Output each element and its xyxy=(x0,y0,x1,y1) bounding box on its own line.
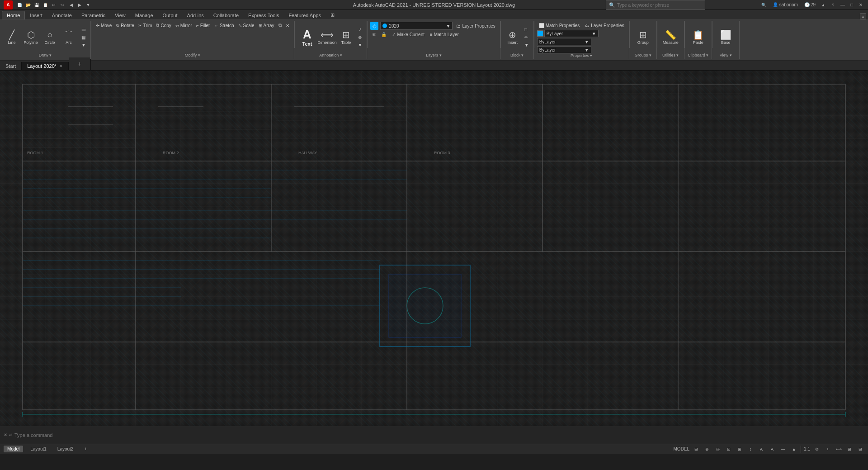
tab-expresstools[interactable]: Express Tools xyxy=(244,11,283,19)
draw-polyline-button[interactable]: ⬡ Polyline xyxy=(22,26,40,49)
qa-prev[interactable]: ◀ xyxy=(67,1,75,9)
modify-move-button[interactable]: ✛ Move xyxy=(94,22,113,29)
modify-scale-button[interactable]: ⤡ Scale xyxy=(236,22,256,29)
modify-copy-button[interactable]: ⧉ Copy xyxy=(154,22,173,29)
cmd-clear-button[interactable]: ✕ xyxy=(4,432,7,437)
status-ducs-button[interactable]: A xyxy=(757,445,765,453)
tab-insert[interactable]: Insert xyxy=(25,11,47,19)
group-button[interactable]: ⊞ Group xyxy=(634,26,652,49)
close-button[interactable]: ✕ xyxy=(857,1,864,9)
close-tab-icon[interactable]: ✕ xyxy=(59,64,63,68)
qa-saveas[interactable]: 📋 xyxy=(41,1,49,9)
draw-rect-button[interactable]: ▭ xyxy=(80,26,88,33)
status-isnap-button[interactable]: ⊞ xyxy=(736,445,744,453)
add-tab-button[interactable]: + xyxy=(69,57,91,70)
user-button[interactable]: 👤 saboriom xyxy=(770,1,801,8)
draw-more-button[interactable]: ▼ xyxy=(80,42,88,49)
lineweight-dropdown[interactable]: ByLayer ▼ xyxy=(537,46,591,53)
tab-home[interactable]: Home xyxy=(2,11,25,19)
layout1-tab[interactable]: Layout1 xyxy=(27,446,50,452)
qa-redo[interactable]: ↪ xyxy=(58,1,66,9)
block-create-button[interactable]: □ xyxy=(523,26,531,33)
draw-arc-button[interactable]: ⌒ Arc xyxy=(60,26,78,49)
layer-lock-button[interactable]: 🔒 xyxy=(379,31,388,38)
prop-layer-props-button[interactable]: 🗂 Layer Properties xyxy=(583,22,626,29)
qa-next[interactable]: ▶ xyxy=(75,1,84,9)
help-button[interactable]: ? xyxy=(829,1,837,9)
tab-parametric[interactable]: Parametric xyxy=(77,11,110,19)
qa-undo[interactable]: ↩ xyxy=(50,1,58,9)
status-dtrack-button[interactable]: ↕ xyxy=(746,445,755,453)
qa-new[interactable]: 📄 xyxy=(15,1,24,9)
layer-freeze-button[interactable]: ❄ xyxy=(370,31,377,38)
status-workspace-button[interactable]: ⊞ xyxy=(845,445,854,453)
paste-button[interactable]: 📋 Paste xyxy=(689,26,707,49)
add-layout-tab[interactable]: + xyxy=(80,446,90,452)
annotation-table-button[interactable]: ⊞ Table xyxy=(337,26,355,49)
canvas-tab-layout2020[interactable]: Layout 2020* ✕ xyxy=(22,62,69,70)
layer-match-button[interactable]: ≡ Match Layer xyxy=(428,31,461,38)
qa-save[interactable]: 💾 xyxy=(33,1,41,9)
status-ortho-button[interactable]: ◎ xyxy=(714,445,722,453)
modify-stretch-button[interactable]: ↔ Stretch xyxy=(212,22,236,29)
command-input[interactable] xyxy=(14,432,864,438)
maximize-button[interactable]: □ xyxy=(848,1,855,9)
tab-view[interactable]: View xyxy=(110,11,130,19)
search-input[interactable] xyxy=(617,3,702,8)
tab-featuredapps[interactable]: Featured Apps xyxy=(284,11,326,19)
annotation-more-button[interactable]: ▼ xyxy=(356,42,364,49)
base-view-button[interactable]: ⬜ Base xyxy=(717,26,735,49)
tab-addins[interactable]: Add-ins xyxy=(183,11,208,19)
qa-open[interactable]: 📂 xyxy=(24,1,32,9)
layer-make-current-button[interactable]: ✓ Make Current xyxy=(390,31,426,38)
annotation-center-button[interactable]: ⊕ xyxy=(356,34,364,41)
qa-customize[interactable]: ▼ xyxy=(84,1,92,9)
measure-button[interactable]: 📏 Measure xyxy=(661,26,679,49)
color-swatch[interactable] xyxy=(537,30,543,37)
modify-mirror-button[interactable]: ⇔ Mirror xyxy=(174,22,194,29)
modify-fillet-button[interactable]: ⌐ Fillet xyxy=(194,22,212,29)
cmd-enter-button[interactable]: ↵ xyxy=(9,432,13,437)
collapse-ribbon-button[interactable]: ▲ xyxy=(860,13,866,19)
status-settings-button[interactable]: ⚙ xyxy=(813,445,821,453)
annotation-text-button[interactable]: A Text xyxy=(297,26,317,49)
block-insert-button[interactable]: ⊕ Insert xyxy=(504,26,522,49)
block-editor-button[interactable]: ✏ xyxy=(523,34,531,41)
model-tab[interactable]: Model xyxy=(4,446,23,452)
tab-manage[interactable]: Manage xyxy=(131,11,158,19)
color-dropdown[interactable]: ByLayer ▼ xyxy=(544,30,599,37)
status-grid-button[interactable]: ⊞ xyxy=(692,445,700,453)
draw-circle-button[interactable]: ○ Circle xyxy=(41,26,59,49)
layer-icon[interactable]: ◎ xyxy=(370,22,378,30)
search-button[interactable]: 🔍 xyxy=(760,1,768,9)
status-ui-button[interactable]: ⊞ xyxy=(856,445,864,453)
minimize-button[interactable]: — xyxy=(839,1,846,9)
status-lweight-button[interactable]: — xyxy=(779,445,787,453)
block-more-button[interactable]: ▼ xyxy=(523,42,531,49)
autodesk-logo[interactable]: ▲ xyxy=(819,1,827,9)
search-bar[interactable]: 🔍 xyxy=(606,0,705,10)
tab-collaborate[interactable]: Collaborate xyxy=(209,11,243,19)
match-properties-button[interactable]: ⬜ Match Properties xyxy=(537,22,582,29)
draw-line-button[interactable]: ╱ Line xyxy=(3,26,21,49)
annotation-leader-button[interactable]: ↗ xyxy=(356,26,364,33)
canvas-tab-start[interactable]: Start xyxy=(0,62,22,70)
status-annotate-button[interactable]: ⟺ xyxy=(835,445,843,453)
draw-hatch-button[interactable]: ▦ xyxy=(80,34,88,41)
modify-trim-button[interactable]: ✂ Trim xyxy=(137,22,154,29)
modify-rotate-button[interactable]: ↻ Rotate xyxy=(114,22,136,29)
notifications-button[interactable]: 🕐 29 xyxy=(802,1,817,8)
canvas-area[interactable]: ROOM 1 ROOM 2 HALLWAY ROOM 3 xyxy=(0,71,868,426)
status-tmode-button[interactable]: ▲ xyxy=(790,445,798,453)
autocad-logo[interactable]: A xyxy=(4,0,13,9)
status-polar-button[interactable]: ⊡ xyxy=(725,445,733,453)
modify-array-button[interactable]: ⊞ Array xyxy=(257,22,276,29)
layout2-tab[interactable]: Layout2 xyxy=(54,446,77,452)
tab-annotate[interactable]: Annotate xyxy=(47,11,76,19)
modify-erase-button[interactable]: ✕ xyxy=(284,22,291,29)
layers-dropdown[interactable]: 2020 ▼ xyxy=(380,22,453,30)
layer-properties-button[interactable]: 🗂 Layer Properties xyxy=(454,22,497,29)
linetype-dropdown[interactable]: ByLayer ▼ xyxy=(537,38,591,45)
status-snap-button[interactable]: ⊕ xyxy=(703,445,711,453)
annotation-dimension-button[interactable]: ⟺ Dimension xyxy=(318,26,336,49)
